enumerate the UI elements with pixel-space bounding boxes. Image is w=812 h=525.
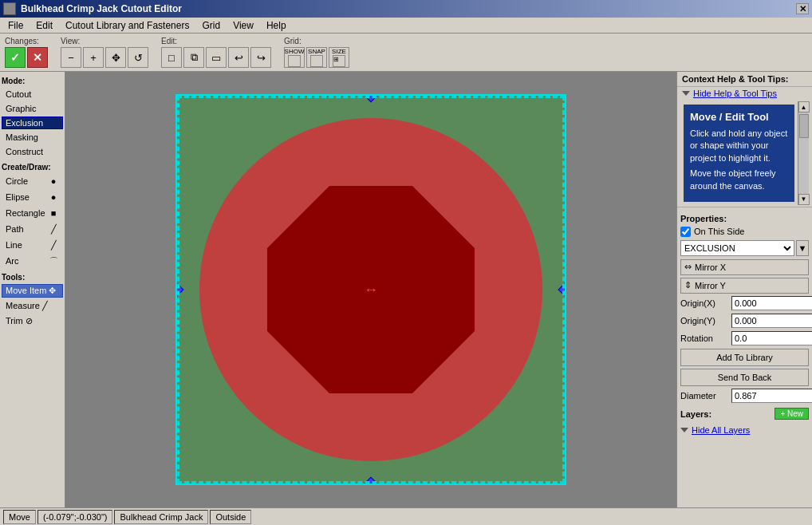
exclusion-select[interactable]: EXCLUSION bbox=[680, 240, 794, 256]
help-content: Move / Edit Tool Click and hold any obje… bbox=[684, 105, 794, 202]
menu-help[interactable]: Help bbox=[260, 18, 293, 33]
tool-measure[interactable]: Measure ╱ bbox=[2, 299, 63, 313]
grid-show-label: SHOW bbox=[285, 48, 305, 55]
changes-buttons: ✓ ✕ bbox=[5, 47, 48, 68]
undo-button[interactable]: ↩ bbox=[228, 47, 249, 68]
mode-exclusion[interactable]: Exclusion bbox=[2, 116, 63, 129]
context-help: Context Help & Tool Tips: Hide Help & To… bbox=[677, 72, 812, 207]
mirror-y-icon: ⇕ bbox=[684, 280, 692, 290]
menu-cutout-library[interactable]: Cutout Library and Fasteners bbox=[59, 18, 195, 33]
mode-construct[interactable]: Construct bbox=[2, 145, 63, 158]
draw-arc[interactable]: Arc ⌒ bbox=[2, 254, 63, 268]
scroll-down-arrow[interactable]: ▼ bbox=[798, 194, 810, 205]
diameter-input[interactable] bbox=[731, 389, 812, 403]
on-this-side-label: On This Side bbox=[694, 227, 744, 236]
grid-buttons: SHOW SNAP SIZE ⊞ bbox=[284, 47, 349, 68]
grid-size-button[interactable]: SIZE ⊞ bbox=[329, 47, 349, 68]
mirror-x-label: Mirror X bbox=[695, 262, 726, 272]
edit-btn-3[interactable]: ▭ bbox=[206, 47, 227, 68]
on-this-side-row: On This Side bbox=[680, 227, 809, 237]
changes-group: Changes: ✓ ✕ bbox=[5, 37, 48, 68]
rotation-row: Rotation bbox=[680, 331, 809, 345]
mirror-x-button[interactable]: ⇔ Mirror X bbox=[680, 259, 809, 275]
exclusion-circle[interactable]: ↔ bbox=[199, 118, 542, 461]
status-coordinates: (-0.079";-0.030") bbox=[37, 510, 113, 524]
send-to-back-button[interactable]: Send To Back bbox=[680, 369, 809, 386]
titlebar: Bulkhead Crimp Jack Cutout Editor ✕ bbox=[0, 0, 812, 18]
origin-x-row: Origin(X) bbox=[680, 296, 809, 310]
menubar: File Edit Cutout Library and Fasteners G… bbox=[0, 18, 812, 34]
status-tool: Move bbox=[3, 510, 36, 524]
view-label: View: bbox=[61, 37, 80, 45]
draw-circle[interactable]: Circle ● bbox=[2, 174, 63, 188]
draw-ellipse[interactable]: Elipse ● bbox=[2, 190, 63, 204]
collapse-icon bbox=[682, 91, 690, 96]
context-help-header: Context Help & Tool Tips: bbox=[677, 72, 812, 87]
origin-y-input[interactable] bbox=[731, 314, 812, 328]
scroll-thumb[interactable] bbox=[799, 114, 809, 138]
mirror-y-row: ⇕ Mirror Y bbox=[680, 278, 809, 294]
edit-group: Edit: □ ⧉ ▭ ↩ ↪ bbox=[161, 37, 271, 68]
grid-snap-button[interactable]: SNAP bbox=[306, 47, 327, 68]
status-location: Outside bbox=[210, 510, 251, 524]
redo-button[interactable]: ↪ bbox=[250, 47, 271, 68]
properties-label: Properties: bbox=[680, 214, 809, 223]
add-to-library-button[interactable]: Add To Library bbox=[680, 349, 809, 366]
confirm-button[interactable]: ✓ bbox=[5, 47, 26, 68]
canvas-area[interactable]: ↔ bbox=[65, 72, 676, 507]
edit-btn-1[interactable]: □ bbox=[161, 47, 182, 68]
help-text-2: Move the object freely around the canvas… bbox=[690, 168, 788, 192]
statusbar: Move (-0.079";-0.030") Bulkhead Crimp Ja… bbox=[0, 507, 812, 525]
menu-edit[interactable]: Edit bbox=[30, 18, 59, 33]
tool-move-item[interactable]: Move Item ✥ bbox=[2, 284, 63, 298]
hide-all-layers-button[interactable]: Hide All Layers bbox=[692, 425, 750, 435]
tools-label: Tools: bbox=[2, 273, 63, 282]
help-heading: Move / Edit Tool bbox=[690, 111, 788, 123]
layers-collapse-icon bbox=[680, 428, 688, 432]
grid-group: Grid: SHOW SNAP SIZE ⊞ bbox=[284, 37, 349, 68]
edit-btn-2[interactable]: ⧉ bbox=[183, 47, 204, 68]
hide-help-button[interactable]: Hide Help & Tool Tips bbox=[693, 89, 777, 98]
exclusion-select-arrow[interactable]: ▼ bbox=[796, 240, 809, 256]
close-button[interactable]: ✕ bbox=[796, 3, 809, 14]
help-scrollbar[interactable]: ▲ ▼ bbox=[798, 101, 809, 205]
draw-path[interactable]: Path ╱ bbox=[2, 222, 63, 236]
menu-view[interactable]: View bbox=[227, 18, 260, 33]
pan-button[interactable]: ✥ bbox=[105, 47, 126, 68]
menu-file[interactable]: File bbox=[2, 18, 30, 33]
grid-show-button[interactable]: SHOW bbox=[284, 47, 305, 68]
mirror-y-button[interactable]: ⇕ Mirror Y bbox=[680, 278, 809, 294]
mode-cutout[interactable]: Cutout bbox=[2, 88, 63, 101]
draw-line[interactable]: Line ╱ bbox=[2, 238, 63, 252]
edit-label: Edit: bbox=[161, 37, 177, 45]
handle-left[interactable] bbox=[175, 283, 183, 297]
menu-grid[interactable]: Grid bbox=[195, 18, 227, 33]
mode-masking[interactable]: Masking bbox=[2, 131, 63, 144]
circle-icon: ● bbox=[48, 176, 59, 187]
window-title: Bulkhead Crimp Jack Cutout Editor bbox=[21, 3, 796, 14]
refresh-button[interactable]: ↺ bbox=[128, 47, 148, 68]
rotation-input[interactable] bbox=[731, 331, 812, 345]
mode-graphic[interactable]: Graphic bbox=[2, 102, 63, 115]
tool-trim[interactable]: Trim ⊘ bbox=[2, 314, 63, 328]
scroll-up-arrow[interactable]: ▲ bbox=[798, 101, 810, 112]
handle-right[interactable] bbox=[558, 283, 566, 297]
view-buttons: − + ✥ ↺ bbox=[61, 47, 148, 68]
diameter-row: Diameter bbox=[680, 389, 809, 403]
properties-panel: Properties: On This Side EXCLUSION ▼ ⇔ M… bbox=[677, 207, 812, 507]
origin-x-input[interactable] bbox=[731, 296, 812, 310]
move-cursor-icon: ↔ bbox=[364, 282, 378, 298]
draw-rectangle[interactable]: Rectangle ■ bbox=[2, 206, 63, 220]
canvas[interactable]: ↔ bbox=[175, 94, 566, 485]
right-panel: Context Help & Tool Tips: Hide Help & To… bbox=[676, 72, 812, 507]
zoom-in-button[interactable]: + bbox=[83, 47, 104, 68]
status-component: Bulkhead Crimp Jack bbox=[114, 510, 208, 524]
new-layer-button[interactable]: + New bbox=[775, 408, 809, 420]
handle-top[interactable] bbox=[365, 94, 378, 102]
origin-x-label: Origin(X) bbox=[680, 298, 728, 308]
zoom-out-button[interactable]: − bbox=[61, 47, 81, 68]
create-draw-label: Create/Draw: bbox=[2, 163, 63, 172]
cancel-button[interactable]: ✕ bbox=[27, 47, 48, 68]
on-this-side-checkbox[interactable] bbox=[680, 227, 691, 237]
handle-bottom[interactable] bbox=[365, 477, 378, 485]
